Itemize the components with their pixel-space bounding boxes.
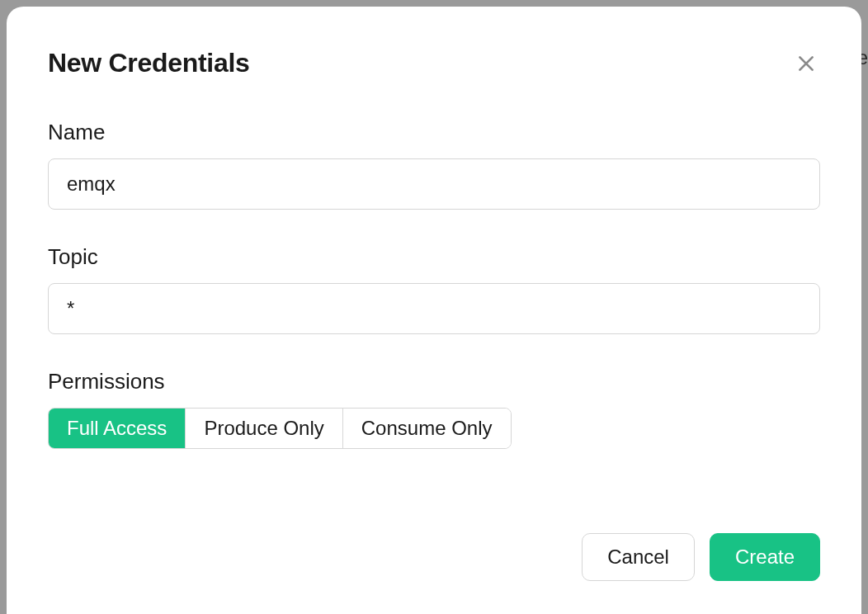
modal-title: New Credentials (48, 48, 249, 78)
modal-footer: Cancel Create (48, 500, 820, 581)
new-credentials-modal: New Credentials Name Topic Permissions F… (7, 7, 861, 614)
name-field-group: Name (48, 120, 820, 210)
topic-label: Topic (48, 244, 820, 270)
close-icon (795, 53, 817, 74)
topic-field-group: Topic (48, 244, 820, 334)
permissions-field-group: Permissions Full Access Produce Only Con… (48, 369, 820, 449)
permissions-label: Permissions (48, 369, 820, 394)
create-button[interactable]: Create (710, 533, 820, 581)
name-input[interactable] (48, 158, 820, 210)
permission-option-full-access[interactable]: Full Access (49, 409, 186, 448)
close-button[interactable] (792, 50, 820, 78)
permission-option-consume-only[interactable]: Consume Only (343, 409, 511, 448)
name-label: Name (48, 120, 820, 145)
modal-header: New Credentials (48, 48, 820, 78)
cancel-button[interactable]: Cancel (582, 533, 695, 581)
topic-input[interactable] (48, 283, 820, 334)
permission-option-produce-only[interactable]: Produce Only (186, 409, 342, 448)
permissions-segmented-control: Full Access Produce Only Consume Only (48, 408, 512, 449)
